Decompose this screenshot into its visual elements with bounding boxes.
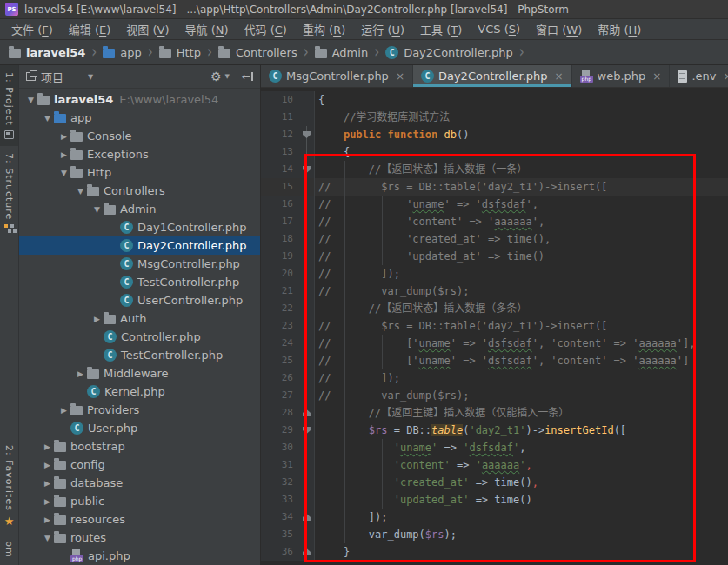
fold-marker-icon[interactable] — [303, 548, 311, 555]
tree-item-day1controller-php[interactable]: CDay1Controller.php — [19, 218, 260, 236]
menu-item-v[interactable]: 视图 (V) — [118, 19, 177, 39]
code-line-15[interactable]: 15// $rs = DB::table('day2_t1')->insert(… — [261, 178, 728, 196]
fold-marker-icon[interactable] — [303, 427, 311, 434]
tree-item-public[interactable]: ▶public — [19, 492, 260, 510]
code-line-21[interactable]: 21// var_dump($rs); — [261, 282, 728, 300]
tree-item-config[interactable]: ▶config — [19, 455, 260, 474]
tree-expanded-arrow-icon[interactable]: ▼ — [90, 205, 104, 214]
breadcrumb-item-app[interactable]: app — [103, 46, 141, 59]
breadcrumb-item-admin[interactable]: Admin — [315, 46, 368, 59]
tree-collapsed-arrow-icon[interactable]: ▶ — [74, 369, 87, 378]
tree-item-kernel-php[interactable]: CKernel.php — [19, 382, 260, 401]
tree-collapsed-arrow-icon[interactable]: ▶ — [90, 315, 104, 323]
tool-button-pm[interactable]: pm — [0, 534, 18, 565]
tab-close-icon[interactable]: × — [652, 70, 661, 83]
code-line-35[interactable]: 35 var_dump($rs); — [261, 526, 728, 543]
menu-item-n[interactable]: 导航 (N) — [177, 19, 237, 39]
tree-item-bootstrap[interactable]: ▶bootstrap — [19, 437, 260, 455]
tree-item-providers[interactable]: ▶Providers — [19, 401, 260, 419]
editor-tab-web-php[interactable]: web.php× — [572, 65, 671, 87]
tree-collapsed-arrow-icon[interactable]: ▶ — [41, 461, 54, 469]
tree-expanded-arrow-icon[interactable]: ▼ — [74, 187, 87, 196]
tree-item-msgcontroller-php[interactable]: CMsgController.php — [19, 255, 260, 273]
code-line-33[interactable]: 33 'updated_at' => time() — [261, 491, 728, 508]
code-line-13[interactable]: 13 { — [261, 143, 728, 161]
code-line-18[interactable]: 18// 'created_at' => time(), — [261, 230, 728, 248]
code-line-28[interactable]: 28 //【返回主键】插入数据（仅能插入一条） — [261, 404, 728, 422]
tree-item-testcontroller-php[interactable]: CTestController.php — [19, 346, 260, 364]
tree-item-auth[interactable]: ▶Auth — [19, 309, 260, 328]
code-line-26[interactable]: 26// ]); — [261, 369, 728, 387]
fold-marker-icon[interactable] — [303, 409, 311, 416]
code-line-23[interactable]: 23// $rs = DB::table('day2_t1')->insert(… — [261, 317, 728, 335]
code-line-16[interactable]: 16// 'uname' => 'dsfsdaf', — [261, 196, 728, 213]
tree-item-resources[interactable]: ▶resources — [19, 510, 260, 528]
menu-item-h[interactable]: 帮助 (H) — [590, 19, 649, 39]
tree-expanded-arrow-icon[interactable]: ▼ — [41, 114, 54, 123]
breadcrumb-item-day2controller-php[interactable]: CDay2Controller.php — [385, 46, 513, 59]
tab-close-icon[interactable]: × — [723, 70, 728, 83]
breadcrumb-item-laravel54[interactable]: laravel54 — [9, 46, 85, 59]
code-line-30[interactable]: 30 'uname' => 'dsfsdaf', — [261, 439, 728, 456]
fold-marker-icon[interactable] — [303, 166, 311, 173]
code-line-36[interactable]: 36 } — [261, 543, 728, 561]
code-line-25[interactable]: 25// ['uname' => 'dsfsdaf', 'content' =>… — [261, 352, 728, 369]
tree-item-app[interactable]: ▼app — [19, 109, 260, 127]
tool-button-7-structure[interactable]: 7: Structure — [0, 146, 18, 241]
tree-item-user-php[interactable]: CUser.php — [19, 419, 260, 437]
code-line-29[interactable]: 29 $rs = DB::table('day2_t1')->insertGet… — [261, 422, 728, 439]
editor-tab-msgcontroller-php[interactable]: CMsgController.php× — [261, 65, 413, 87]
tree-collapsed-arrow-icon[interactable]: ▶ — [41, 442, 54, 451]
code-line-11[interactable]: 11 //学习数据库测试方法 — [261, 109, 728, 126]
code-line-19[interactable]: 19// 'updated_at' => time() — [261, 248, 728, 265]
fold-marker-icon[interactable] — [303, 131, 311, 138]
settings-gear-icon[interactable]: ⚙ — [210, 70, 222, 83]
menu-item-e[interactable]: 编辑 (E) — [61, 19, 119, 39]
code-line-27[interactable]: 27// var_dump($rs); — [261, 387, 728, 404]
code-line-17[interactable]: 17// 'content' => 'aaaaaa', — [261, 213, 728, 230]
breadcrumb-item-http[interactable]: Http — [159, 46, 201, 59]
editor-tab-day2controller-php[interactable]: CDay2Controller.php× — [413, 65, 572, 87]
tree-item-routes[interactable]: ▼routes — [19, 528, 260, 547]
tree-collapsed-arrow-icon[interactable]: ▶ — [57, 150, 70, 159]
menu-item-r[interactable]: 重构 (R) — [295, 19, 353, 39]
tree-item-day2controller-php[interactable]: CDay2Controller.php — [19, 236, 260, 255]
fold-marker-icon[interactable] — [303, 514, 311, 521]
tree-item-exceptions[interactable]: ▶Exceptions — [19, 145, 260, 163]
breadcrumb-item-controllers[interactable]: Controllers — [218, 46, 297, 59]
tree-item-controllers[interactable]: ▼Controllers — [19, 182, 260, 200]
tree-collapsed-arrow-icon[interactable]: ▶ — [41, 497, 54, 506]
code-line-31[interactable]: 31 'content' => 'aaaaaa', — [261, 456, 728, 474]
tab-close-icon[interactable]: × — [396, 70, 404, 83]
menu-item-u[interactable]: 运行 (U) — [353, 19, 412, 39]
tree-expanded-arrow-icon[interactable]: ▼ — [57, 169, 70, 177]
code-line-24[interactable]: 24// ['uname' => 'dsfsdaf', 'content' =>… — [261, 335, 728, 352]
tree-collapsed-arrow-icon[interactable]: ▶ — [41, 479, 54, 488]
tree-item-laravel54[interactable]: ▼laravel54E:\www\laravel54 — [19, 90, 260, 109]
tree-expanded-arrow-icon[interactable]: ▼ — [41, 534, 54, 542]
code-line-10[interactable]: 10{ — [261, 91, 728, 109]
tab-close-icon[interactable]: × — [555, 70, 564, 83]
code-line-20[interactable]: 20// ]); — [261, 265, 728, 282]
menu-item-c[interactable]: 代码 (C) — [237, 19, 295, 39]
tool-button-2-favorites[interactable]: 2: Favorites★ — [0, 438, 18, 534]
menu-item-w[interactable]: 窗口 (W) — [528, 19, 590, 39]
code-line-32[interactable]: 32 'created_at' => time(), — [261, 474, 728, 491]
menu-item-f[interactable]: 文件 (F) — [3, 19, 61, 39]
tree-collapsed-arrow-icon[interactable]: ▶ — [57, 132, 70, 141]
code-line-34[interactable]: 34 ]); — [261, 508, 728, 526]
editor-tab--env[interactable]: .env× — [670, 65, 728, 87]
code-line-12[interactable]: 12 public function db() — [261, 126, 728, 143]
menu-item-s[interactable]: VCS (S) — [470, 21, 528, 37]
tree-collapsed-arrow-icon[interactable]: ▶ — [57, 406, 70, 415]
tree-item-api-php[interactable]: api.php — [19, 547, 260, 565]
tree-expanded-arrow-icon[interactable]: ▼ — [24, 96, 37, 104]
code-area[interactable]: 10{11 //学习数据库测试方法12 public function db()… — [261, 88, 728, 565]
tree-item-testcontroller-php[interactable]: CTestController.php — [19, 273, 260, 291]
collapse-panel-icon[interactable]: ← — [242, 70, 253, 83]
editor[interactable]: CMsgController.php×CDay2Controller.php×w… — [261, 65, 728, 565]
code-line-22[interactable]: 22 //【返回状态】插入数据（多条） — [261, 300, 728, 317]
tree-item-controller-php[interactable]: CController.php — [19, 328, 260, 346]
dropdown-arrow-icon[interactable]: ▼ — [88, 73, 93, 81]
menu-item-t[interactable]: 工具 (T) — [412, 19, 470, 39]
